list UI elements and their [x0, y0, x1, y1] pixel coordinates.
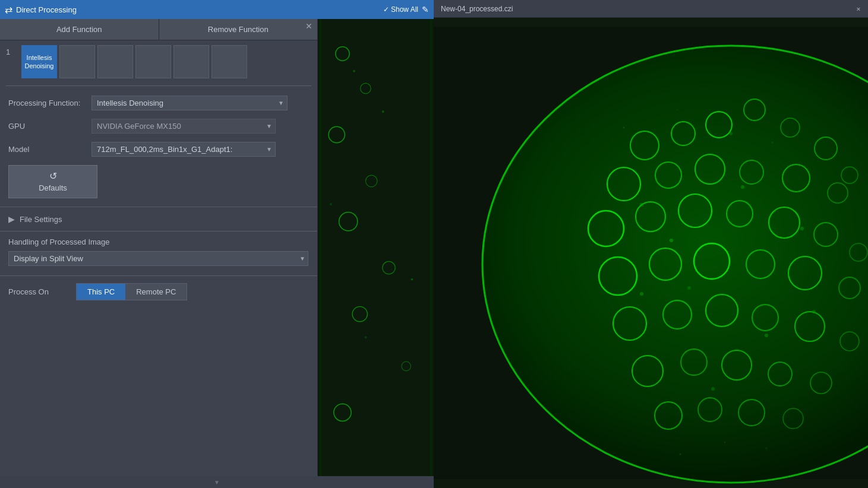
- divider-3: [0, 275, 317, 276]
- model-label: Model: [8, 145, 86, 154]
- process-on-row: Process On This PC Remote PC: [0, 277, 317, 306]
- svg-rect-15: [319, 19, 321, 476]
- gpu-select-wrapper: NVIDIA GeForce MX150 ▼: [91, 119, 276, 134]
- right-panel-title: New-04_processed.czi: [441, 5, 513, 13]
- process-on-toggle: This PC Remote PC: [76, 283, 187, 300]
- panel-header: ⇄ Direct Processing ✓ Show All ✎: [0, 0, 434, 19]
- processing-function-label: Processing Function:: [8, 99, 86, 107]
- slot-5[interactable]: [173, 45, 209, 78]
- function-buttons: Add Function Remove Function: [0, 19, 317, 40]
- svg-rect-0: [319, 19, 432, 476]
- slot-number: 1: [6, 47, 18, 56]
- svg-point-64: [687, 286, 691, 290]
- handling-select-wrapper: Display in Split View ▼: [8, 251, 309, 266]
- gpu-row: GPU NVIDIA GeForce MX150 ▼: [8, 119, 309, 134]
- svg-rect-16: [430, 19, 433, 476]
- right-panel: New-04_processed.czi +: [434, 0, 868, 488]
- svg-point-70: [741, 185, 744, 189]
- svg-point-62: [729, 132, 733, 135]
- file-settings-expand-icon: ▶: [8, 214, 15, 224]
- left-bottom-bar: ▼: [0, 476, 434, 488]
- svg-point-14: [364, 336, 367, 338]
- model-select[interactable]: 712m_FL_000,2ms_Bin1x_G1_Adapt1:: [91, 142, 276, 157]
- bottom-chevron-icon: ▼: [214, 479, 220, 486]
- model-select-wrapper: 712m_FL_000,2ms_Bin1x_G1_Adapt1: ▼: [91, 142, 276, 157]
- svg-point-76: [724, 442, 726, 443]
- gpu-select[interactable]: NVIDIA GeForce MX150: [91, 119, 276, 134]
- process-on-label: Process On: [8, 287, 68, 296]
- svg-point-74: [659, 252, 661, 253]
- svg-point-78: [766, 448, 768, 449]
- slot-area: 1 Intellesis Denoising: [0, 40, 317, 83]
- this-pc-button[interactable]: This PC: [77, 284, 125, 300]
- svg-point-69: [670, 239, 673, 242]
- svg-point-11: [382, 110, 384, 113]
- gpu-label: GPU: [8, 122, 86, 131]
- right-panel-header: New-04_processed.czi +: [434, 0, 868, 18]
- divider-1: [0, 207, 317, 207]
- file-settings-row[interactable]: ▶ File Settings: [0, 208, 317, 230]
- micro-svg: [434, 18, 868, 488]
- handling-section: Handling of Processed Image Display in S…: [0, 233, 317, 274]
- slot-3[interactable]: [97, 45, 133, 78]
- slots-row: Intellesis Denoising: [21, 45, 247, 78]
- svg-point-75: [763, 249, 765, 251]
- svg-point-65: [765, 334, 768, 337]
- left-micro-image: [318, 19, 434, 476]
- defaults-button[interactable]: ↺ Defaults: [8, 165, 97, 198]
- remove-function-button[interactable]: Remove Function: [159, 19, 318, 40]
- svg-point-68: [812, 310, 816, 313]
- processing-function-row: Processing Function: Intellesis Denoisin…: [8, 96, 309, 110]
- slot-4[interactable]: [135, 45, 171, 78]
- show-all-button[interactable]: ✓ Show All: [383, 5, 418, 14]
- processing-function-wrapper: Intellesis Denoising ▼: [91, 96, 288, 110]
- svg-point-61: [640, 203, 643, 207]
- svg-point-66: [711, 387, 715, 391]
- model-row: Model 712m_FL_000,2ms_Bin1x_G1_Adapt1: ▼: [8, 142, 309, 157]
- handling-title: Handling of Processed Image: [8, 237, 309, 246]
- left-image-area: [318, 19, 434, 476]
- svg-point-72: [677, 109, 678, 111]
- defaults-label: Defaults: [39, 183, 67, 192]
- add-function-button[interactable]: Add Function: [0, 19, 159, 40]
- defaults-icon: ↺: [49, 172, 57, 181]
- handling-select[interactable]: Display in Split View: [8, 251, 308, 266]
- edit-button[interactable]: ✎: [422, 5, 429, 14]
- svg-point-63: [800, 227, 804, 230]
- slot-1[interactable]: Intellesis Denoising: [21, 45, 57, 78]
- svg-point-13: [411, 278, 413, 281]
- svg-point-73: [772, 142, 774, 144]
- right-panel-close-icon[interactable]: +: [853, 4, 863, 14]
- svg-point-12: [330, 203, 332, 205]
- panel-close-icon[interactable]: ✕: [305, 21, 313, 31]
- panel-icon: ⇄: [5, 4, 12, 15]
- panel-title: Direct Processing: [16, 5, 380, 14]
- divider-2: [0, 231, 317, 232]
- file-settings-label: File Settings: [20, 215, 62, 224]
- slot-2[interactable]: [59, 45, 95, 78]
- svg-point-77: [680, 454, 681, 455]
- svg-point-67: [640, 292, 643, 296]
- svg-point-71: [623, 127, 625, 129]
- settings-area: Processing Function: Intellesis Denoisin…: [0, 88, 317, 205]
- defaults-row: ↺ Defaults: [8, 165, 309, 198]
- processing-function-select[interactable]: Intellesis Denoising: [91, 96, 288, 110]
- right-microscope-image: [434, 18, 868, 488]
- svg-point-10: [353, 70, 355, 72]
- slot-6[interactable]: [212, 45, 247, 78]
- left-panel: ⇄ Direct Processing ✓ Show All ✎ ✕ Add F…: [0, 0, 434, 488]
- remote-pc-button[interactable]: Remote PC: [125, 284, 187, 300]
